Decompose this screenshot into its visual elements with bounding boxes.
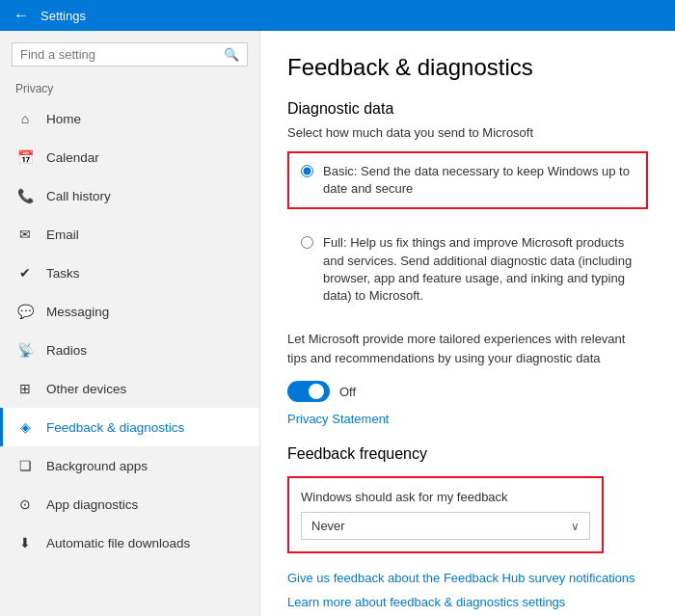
sidebar-item-label-calendar: Calendar	[46, 150, 99, 165]
feedback-hub-link[interactable]: Give us feedback about the Feedback Hub …	[287, 571, 648, 585]
home-icon: ⌂	[15, 109, 35, 128]
app-diagnostics-icon: ⊙	[15, 495, 35, 514]
content-area: Feedback & diagnostics Diagnostic data S…	[260, 31, 675, 616]
sidebar-item-label-feedback: Feedback & diagnostics	[46, 420, 184, 435]
sidebar-item-call-history[interactable]: 📞Call history	[0, 176, 259, 215]
background-apps-icon: ❏	[15, 456, 35, 475]
automatic-file-downloads-icon: ⬇	[15, 533, 35, 552]
sidebar-item-messaging[interactable]: 💬Messaging	[0, 292, 259, 331]
sidebar-item-label-automatic-file-downloads: Automatic file downloads	[46, 536, 190, 550]
sidebar-item-label-radios: Radios	[46, 343, 87, 358]
back-button[interactable]: ←	[8, 2, 35, 29]
tasks-icon: ✔	[15, 263, 35, 282]
tailored-experiences-toggle[interactable]	[287, 381, 330, 402]
sidebar-item-calendar[interactable]: 📅Calendar	[0, 138, 259, 176]
toggle-row: Off	[287, 381, 648, 402]
sidebar-item-email[interactable]: ✉Email	[0, 215, 259, 254]
diagnostic-section-title: Diagnostic data	[287, 100, 648, 118]
radio-full-label: Full: Help us fix things and improve Mic…	[323, 234, 634, 305]
messaging-icon: 💬	[15, 302, 35, 321]
sidebar-item-label-messaging: Messaging	[46, 305, 109, 319]
bottom-links: Give us feedback about the Feedback Hub …	[287, 571, 648, 609]
diagnostic-subtitle: Select how much data you send to Microso…	[287, 125, 648, 140]
feedback-section-title: Feedback frequency	[287, 445, 648, 463]
radio-option-basic[interactable]: Basic: Send the data necessary to keep W…	[287, 151, 648, 209]
feedback-frequency-dropdown[interactable]: Never ∨	[301, 512, 590, 540]
search-input[interactable]	[20, 47, 224, 62]
titlebar: ← Settings	[0, 0, 675, 31]
titlebar-title: Settings	[40, 9, 86, 23]
sidebar-section-privacy: Privacy	[0, 74, 259, 99]
calendar-icon: 📅	[15, 147, 35, 167]
radio-full-input[interactable]	[301, 236, 313, 249]
dropdown-value: Never	[311, 519, 345, 533]
sidebar-nav: ⌂Home📅Calendar📞Call history✉Email✔Tasks💬…	[0, 99, 259, 562]
radios-icon: 📡	[15, 340, 35, 360]
sidebar-item-label-email: Email	[46, 228, 79, 242]
feedback-frequency-box: Windows should ask for my feedback Never…	[287, 476, 604, 553]
privacy-statement-link[interactable]: Privacy Statement	[287, 412, 648, 426]
feedback-icon: ◈	[15, 417, 35, 437]
sidebar-item-background-apps[interactable]: ❏Background apps	[0, 446, 259, 485]
search-icon: 🔍	[224, 47, 239, 62]
learn-more-link[interactable]: Learn more about feedback & diagnostics …	[287, 595, 648, 609]
other-devices-icon: ⊞	[15, 379, 35, 398]
feedback-section: Feedback frequency Windows should ask fo…	[287, 445, 648, 553]
feedback-box-label: Windows should ask for my feedback	[301, 490, 590, 504]
main-layout: 🔍 Privacy ⌂Home📅Calendar📞Call history✉Em…	[0, 31, 675, 616]
sidebar-item-automatic-file-downloads[interactable]: ⬇Automatic file downloads	[0, 523, 259, 562]
radio-basic-input[interactable]	[301, 165, 313, 177]
toggle-thumb	[309, 384, 324, 399]
sidebar-item-label-app-diagnostics: App diagnostics	[46, 497, 138, 512]
sidebar-item-tasks[interactable]: ✔Tasks	[0, 254, 259, 292]
radio-option-full[interactable]: Full: Help us fix things and improve Mic…	[287, 223, 648, 316]
toggle-description: Let Microsoft provide more tailored expe…	[287, 330, 648, 367]
sidebar-item-label-background-apps: Background apps	[46, 459, 148, 473]
sidebar: 🔍 Privacy ⌂Home📅Calendar📞Call history✉Em…	[0, 31, 260, 616]
toggle-state-label: Off	[339, 385, 356, 399]
sidebar-item-other-devices[interactable]: ⊞Other devices	[0, 369, 259, 408]
sidebar-item-label-tasks: Tasks	[46, 266, 80, 281]
chevron-down-icon: ∨	[571, 520, 580, 533]
email-icon: ✉	[15, 225, 35, 244]
sidebar-item-feedback[interactable]: ◈Feedback & diagnostics	[0, 408, 259, 446]
sidebar-item-label-call-history: Call history	[46, 189, 111, 203]
sidebar-item-label-other-devices: Other devices	[46, 382, 126, 396]
call-history-icon: 📞	[15, 186, 35, 205]
page-title: Feedback & diagnostics	[287, 54, 648, 81]
sidebar-item-home[interactable]: ⌂Home	[0, 99, 259, 138]
radio-basic-label: Basic: Send the data necessary to keep W…	[323, 163, 634, 198]
sidebar-item-radios[interactable]: 📡Radios	[0, 331, 259, 369]
sidebar-item-label-home: Home	[46, 112, 81, 126]
search-bar[interactable]: 🔍	[12, 42, 248, 67]
sidebar-item-app-diagnostics[interactable]: ⊙App diagnostics	[0, 485, 259, 523]
